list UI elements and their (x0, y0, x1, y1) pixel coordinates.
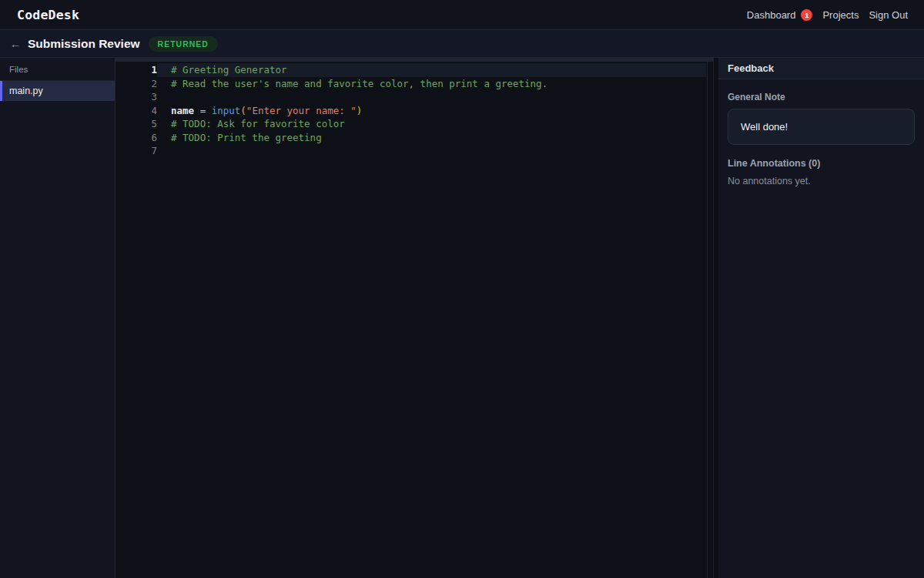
no-annotations-text: No annotations yet. (728, 176, 915, 187)
code-line-2[interactable]: 2# Read the user's name and favorite col… (116, 77, 706, 91)
line-content: # TODO: Print the greeting (157, 131, 706, 145)
nav-dashboard[interactable]: Dashboard 1 (747, 9, 813, 21)
code-lines: 1# Greeting Generator2# Read the user's … (116, 62, 706, 158)
line-content: # Read the user's name and favorite colo… (157, 77, 706, 91)
app-logo: CodeDesk (17, 8, 79, 22)
feedback-panel-body: General Note Well done! Line Annotations… (718, 79, 924, 199)
line-content: # Greeting Generator (157, 63, 706, 77)
line-number: 1 (116, 63, 157, 77)
files-panel-title: Files (0, 58, 115, 81)
top-nav-bar: CodeDesk Dashboard 1 Projects Sign Out (0, 0, 924, 30)
line-number: 5 (116, 117, 157, 131)
line-content (157, 144, 706, 158)
general-note-label: General Note (728, 92, 915, 102)
dashboard-notification-badge: 1 (801, 9, 812, 21)
file-item-main.py[interactable]: main.py (0, 81, 115, 101)
files-sidebar: Files main.py (0, 58, 116, 578)
code-line-5[interactable]: 5# TODO: Ask for favorite color (116, 117, 706, 131)
code-line-3[interactable]: 3 (116, 90, 706, 104)
editor-vertical-scrollbar[interactable] (707, 62, 713, 578)
nav-sign-out[interactable]: Sign Out (869, 9, 908, 21)
line-annotations-label: Line Annotations (0) (728, 158, 915, 169)
general-note-text: Well done! (741, 121, 788, 133)
line-content: name = input("Enter your name: ") (157, 104, 706, 118)
feedback-panel-title: Feedback (718, 58, 924, 79)
feedback-panel: Feedback General Note Well done! Line An… (718, 58, 924, 578)
code-line-1[interactable]: 1# Greeting Generator (116, 63, 706, 77)
page-header: ← Submission Review RETURNED (0, 30, 924, 58)
code-line-4[interactable]: 4name = input("Enter your name: ") (116, 104, 706, 118)
app-window: CodeDesk Dashboard 1 Projects Sign Out ←… (0, 0, 924, 578)
main-content: Files main.py 1# Greeting Generator2# Re… (0, 58, 924, 578)
page-title: Submission Review (28, 37, 140, 51)
file-list: main.py (0, 81, 115, 101)
line-content: # TODO: Ask for favorite color (157, 117, 706, 131)
code-line-7[interactable]: 7 (116, 144, 706, 158)
line-content (157, 90, 706, 104)
nav-dashboard-label: Dashboard (747, 9, 796, 21)
status-badge: RETURNED (149, 36, 218, 52)
code-line-6[interactable]: 6# TODO: Print the greeting (116, 131, 706, 145)
line-number: 6 (116, 131, 157, 145)
line-number: 7 (116, 144, 157, 158)
top-nav-links: Dashboard 1 Projects Sign Out (747, 9, 908, 21)
code-editor[interactable]: 1# Greeting Generator2# Read the user's … (116, 58, 714, 578)
line-number: 2 (116, 77, 157, 91)
nav-projects[interactable]: Projects (822, 9, 859, 21)
back-button[interactable]: ← (10, 39, 21, 49)
line-number: 3 (116, 90, 157, 104)
general-note-box: Well done! (728, 109, 915, 145)
line-number: 4 (116, 104, 157, 118)
